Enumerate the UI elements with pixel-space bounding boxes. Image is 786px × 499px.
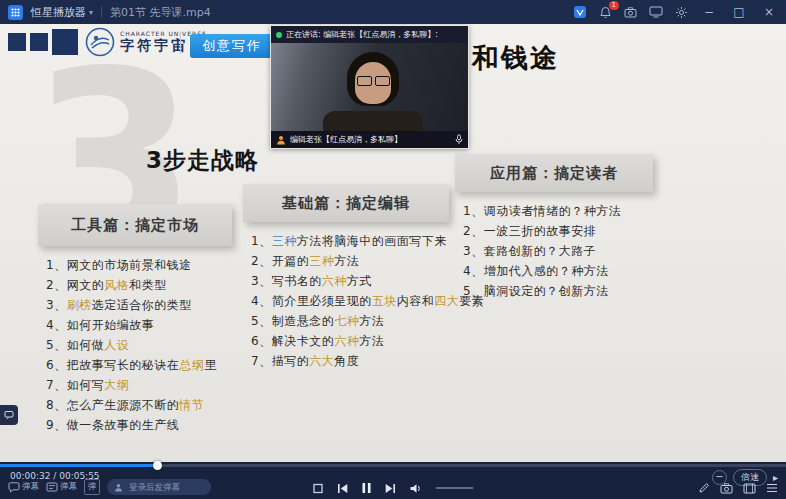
list-item-segment: 8、怎么产生源源不断的 <box>46 398 179 412</box>
progress-played <box>0 464 157 467</box>
list-item: 4、增加代入感的？种方法 <box>463 265 653 278</box>
list-item: 4、简介里必须呈现的五块内容和四大要素 <box>251 295 449 308</box>
notification-bell-icon[interactable]: 1 <box>599 6 612 19</box>
vip-icon[interactable] <box>573 5 587 19</box>
danmaku-input-wrap[interactable] <box>107 479 211 495</box>
danmaku-toggle-button[interactable]: 弹幕 <box>8 481 39 493</box>
danmaku-float-button[interactable] <box>0 405 18 425</box>
member-icon <box>276 130 286 149</box>
list-item-segment: 方法 <box>359 314 384 328</box>
app-menu-icon[interactable] <box>8 5 23 20</box>
stop-button[interactable] <box>313 483 324 494</box>
list-item-segment: 内容和 <box>397 294 435 308</box>
list-item-segment: 4、如何开始编故事 <box>46 318 154 332</box>
danmaku-style-button[interactable]: 弹 <box>84 479 100 495</box>
speaking-indicator-dot <box>276 32 282 38</box>
list-item-segment: 六大 <box>309 354 334 368</box>
column-tools: 工具篇：搞定市场 1、网文的市场前景和钱途2、网文的风格和类型3、刷榜选定适合你… <box>38 204 232 439</box>
webcam-footer: 编辑老张【红点易消，多私聊】 <box>271 131 468 148</box>
slide-title: 和钱途 <box>472 40 559 76</box>
danmaku-list-button[interactable]: 弹幕 <box>46 481 77 493</box>
list-item-segment: 三种 <box>272 234 297 248</box>
danmaku-cluster: 弹幕 弹幕 弹 <box>8 479 211 495</box>
list-item-segment: 2、开篇的 <box>251 254 309 268</box>
video-area[interactable]: 3 CHARACTER UNIVERSE 字符宇宙 创意写作 和钱途 3步走战略… <box>0 24 786 462</box>
settings-gear-icon[interactable] <box>675 6 688 19</box>
player-window: 恒星播放器 ▾ 第01节 先导课.mp4 1 − □ × <box>0 0 786 499</box>
webcam-overlay[interactable]: 正在讲话: 编辑老张【红点易消，多私聊】: 编辑老张【红点易消，多私聊】 <box>270 25 469 149</box>
brand-logo-icon <box>85 27 115 61</box>
previous-button[interactable] <box>337 483 349 494</box>
volume-slider[interactable] <box>436 487 474 489</box>
list-item-segment: 五块 <box>372 294 397 308</box>
camera-icon[interactable] <box>624 7 637 18</box>
titlebar: 恒星播放器 ▾ 第01节 先导课.mp4 1 − □ × <box>0 0 786 24</box>
list-item: 2、网文的风格和类型 <box>46 279 232 292</box>
notification-badge: 1 <box>609 1 619 10</box>
danmaku-input[interactable] <box>127 481 204 493</box>
minimize-button[interactable]: − <box>700 0 718 24</box>
list-item-segment: 刷榜 <box>67 298 92 312</box>
list-item-segment: 方法将脑海中的画面写下来 <box>297 234 447 248</box>
webcam-video <box>271 43 468 131</box>
danmaku-list-label: 弹幕 <box>60 481 77 493</box>
list-item: 5、脑洞设定的？创新方法 <box>463 285 653 298</box>
list-item-segment: 1、 <box>251 234 272 248</box>
list-item: 1、三种方法将脑海中的画面写下来 <box>251 235 449 248</box>
presenter-body <box>323 111 423 131</box>
list-item: 3、套路创新的？大路子 <box>463 245 653 258</box>
list-item-segment: 方法 <box>359 334 384 348</box>
app-name-menu[interactable]: 恒星播放器 ▾ <box>31 5 93 20</box>
progress-bar[interactable] <box>0 464 786 467</box>
list-item-segment: 七种 <box>334 314 359 328</box>
screenshot-icon[interactable] <box>720 483 733 494</box>
progress-knob[interactable] <box>153 461 162 470</box>
list-item-segment: 风格 <box>104 278 129 292</box>
titlebar-actions: 1 − □ × <box>573 0 778 24</box>
list-item: 1、调动读者情绪的？种方法 <box>463 205 653 218</box>
list-item-segment: 总纲 <box>179 358 204 372</box>
column-header: 基础篇：搞定编辑 <box>243 184 449 222</box>
logo-square <box>52 29 78 55</box>
list-item: 1、网文的市场前景和钱途 <box>46 259 232 272</box>
logo-square <box>30 33 48 51</box>
transport-controls <box>313 482 474 494</box>
list-item-segment: 5、如何做 <box>46 338 104 352</box>
close-button[interactable]: × <box>760 0 778 24</box>
list-item-segment: 3、套路创新的？大路子 <box>463 244 596 258</box>
logo-square <box>8 33 26 51</box>
maximize-button[interactable]: □ <box>730 0 748 24</box>
next-button[interactable] <box>385 483 397 494</box>
control-bar: 00:00:32 / 00:05:55 − 倍速 ▸ 弹幕 弹幕 弹 <box>0 462 786 499</box>
film-icon[interactable] <box>743 483 756 494</box>
list-item-segment: 6、解决卡文的 <box>251 334 334 348</box>
list-item: 4、如何开始编故事 <box>46 319 232 332</box>
list-item-segment: 3、 <box>46 298 67 312</box>
user-icon <box>114 483 123 492</box>
app-name: 恒星播放器 <box>31 5 86 20</box>
presenter-glasses <box>375 76 390 86</box>
titlebar-divider <box>101 6 102 18</box>
list-item: 8、怎么产生源源不断的情节 <box>46 399 232 412</box>
volume-icon[interactable] <box>410 483 423 494</box>
cast-icon[interactable] <box>649 6 663 18</box>
list-item-segment: 5、脑洞设定的？创新方法 <box>463 284 609 298</box>
list-item-segment: 1、调动读者情绪的？种方法 <box>463 204 621 218</box>
list-item: 6、把故事写长的秘诀在总纲里 <box>46 359 232 372</box>
list-item-segment: 和类型 <box>129 278 167 292</box>
list-item-segment: 3、写书名的 <box>251 274 322 288</box>
danmaku-toggle-label: 弹幕 <box>22 481 39 493</box>
column-application: 应用篇：搞定读者 1、调动读者情绪的？种方法2、一波三折的故事安排3、套路创新的… <box>455 154 653 305</box>
playlist-icon[interactable] <box>766 483 778 493</box>
list-item-segment: 4、简介里必须呈现的 <box>251 294 372 308</box>
file-name: 第01节 先导课.mp4 <box>110 5 211 20</box>
list-item-segment: 9、做一条故事的生产线 <box>46 418 179 432</box>
list-item-segment: 里 <box>204 358 217 372</box>
strategy-heading: 3步走战略 <box>146 145 259 176</box>
edit-icon[interactable] <box>698 482 710 494</box>
speaking-label: 正在讲话: 编辑老张【红点易消，多私聊】: <box>286 29 438 40</box>
pause-button[interactable] <box>362 482 372 494</box>
list-item: 9、做一条故事的生产线 <box>46 419 232 432</box>
list-item-segment: 2、网文的 <box>46 278 104 292</box>
list-item-segment: 7、如何写 <box>46 378 104 392</box>
